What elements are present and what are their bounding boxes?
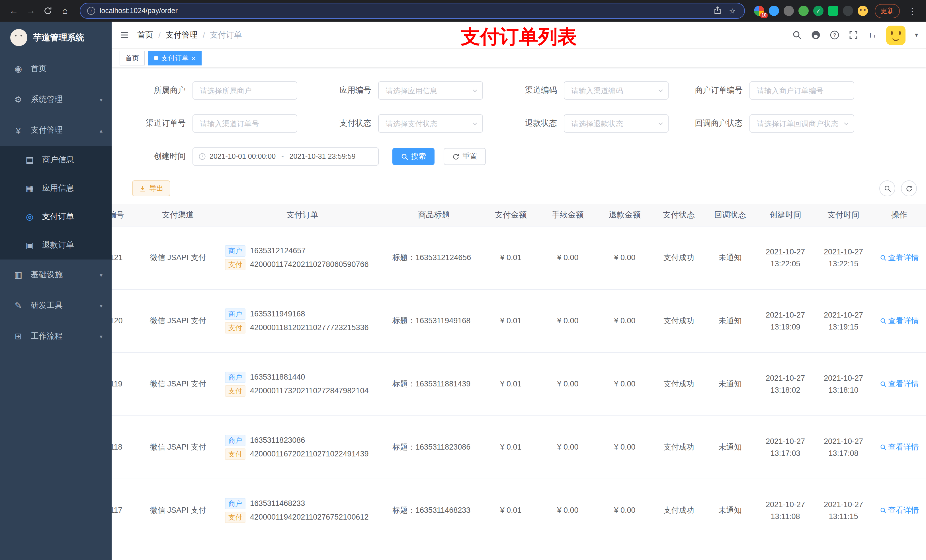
screen: ← → ⌂ i localhost:1024/pay/order ☆ 10 ✓ [0, 0, 926, 560]
search-button[interactable]: 搜索 [392, 148, 434, 165]
sidebar-item-merchant-info[interactable]: ▤ 商户信息 [0, 146, 112, 174]
refund-status-select[interactable] [564, 115, 669, 133]
target-icon: ◎ [23, 212, 36, 222]
refund-amount: ¥ 0.00 [596, 478, 653, 542]
order-id [112, 542, 137, 560]
extension-emoji-icon[interactable] [858, 6, 868, 16]
view-detail-link[interactable]: 查看详情 [879, 379, 919, 389]
close-icon[interactable]: × [191, 54, 196, 62]
browser-menu-icon[interactable]: ⋮ [904, 3, 920, 19]
export-button[interactable]: 导出 [132, 180, 170, 196]
pay-order-cell: 商户1635311949168 支付4200001181202110277723… [219, 289, 386, 352]
breadcrumb-home[interactable]: 首页 [137, 30, 153, 40]
filter-channel-order-no: 渠道订单号 [118, 115, 304, 133]
channel-code-select[interactable] [564, 82, 669, 100]
channel-order-no-input[interactable] [192, 115, 297, 133]
view-detail-link[interactable]: 查看详情 [879, 505, 919, 515]
table-row: 121 微信 JSAPI 支付 商户1635312124657 支付420000… [112, 226, 926, 289]
filter-app-no: 应用编号 [304, 82, 490, 100]
create-time: 2021-10-2713:18:02 [756, 352, 815, 415]
back-icon[interactable]: ← [6, 3, 22, 19]
sidebar-item-pay[interactable]: ¥ 支付管理 ▴ [0, 115, 112, 146]
pay-tag: 支付 [225, 259, 245, 270]
sidebar-item-home[interactable]: ◉ 首页 [0, 53, 112, 84]
col-actions: 操作 [872, 204, 926, 226]
download-icon [139, 185, 146, 192]
site-info-icon[interactable]: i [87, 7, 95, 15]
refund-amount: ¥ 0.00 [596, 226, 653, 289]
channel-transaction-no: 4200001174202110278060590766 [250, 260, 368, 269]
reload-icon[interactable] [40, 3, 56, 19]
address-bar[interactable]: i localhost:1024/pay/order ☆ [80, 3, 745, 19]
github-icon[interactable] [811, 30, 821, 40]
order-id: 118 [112, 415, 137, 478]
chevron-down-icon: ▾ [100, 97, 103, 103]
pay-channel: 微信 JSAPI 支付 [137, 289, 219, 352]
browser-update-button[interactable]: 更新 [875, 4, 900, 18]
tab-pay-order[interactable]: 支付订单 × [148, 51, 201, 65]
home-icon[interactable]: ⌂ [57, 3, 73, 19]
pay-status: 支付成功 [653, 289, 705, 352]
font-size-icon[interactable]: TT [868, 30, 877, 40]
extension-dark-icon[interactable] [843, 6, 853, 16]
merchant-order-no: 1635311823086 [250, 436, 305, 444]
notify-status: 未通知 [705, 352, 756, 415]
extension-gray-icon[interactable] [784, 6, 794, 16]
toggle-search-button[interactable] [879, 180, 895, 196]
reset-button[interactable]: 重置 [443, 148, 486, 165]
table-row-partial: 商户1635311357 支付 [112, 542, 926, 560]
sidebar-item-refund-order[interactable]: ▣ 退款订单 [0, 231, 112, 260]
date-end: 2021-10-31 23:59:59 [290, 152, 356, 160]
fullscreen-icon[interactable] [849, 30, 858, 40]
refresh-button[interactable] [901, 180, 917, 196]
product-title [386, 542, 483, 560]
forward-icon[interactable]: → [23, 3, 39, 19]
avatar-caret-icon[interactable]: ▾ [915, 31, 918, 39]
sidebar-item-system[interactable]: ⚙ 系统管理 ▾ [0, 84, 112, 115]
table-header-row: 编号 支付渠道 支付订单 商品标题 支付金额 手续金额 退款金额 支付状态 回调… [112, 204, 926, 226]
pay-channel: 微信 JSAPI 支付 [137, 352, 219, 415]
merchant-tag: 商户 [225, 435, 245, 446]
share-icon[interactable] [713, 5, 723, 16]
avatar[interactable] [887, 25, 906, 45]
view-detail-link[interactable]: 查看详情 [879, 252, 919, 263]
bookmark-star-icon[interactable]: ☆ [727, 6, 737, 15]
view-detail-link[interactable]: 查看详情 [879, 315, 919, 326]
col-notify: 回调状态 [705, 204, 756, 226]
merchant-order-no-input[interactable] [749, 82, 854, 100]
tab-home[interactable]: 首页 [120, 51, 145, 65]
yen-icon: ¥ [11, 125, 25, 135]
url-text[interactable]: localhost:1024/pay/order [100, 7, 708, 15]
notify-status-select[interactable] [749, 115, 854, 133]
create-time-range-picker[interactable]: 2021-10-01 00:00:00 - 2021-10-31 23:59:5… [192, 147, 379, 166]
merchant-order-no: 1635312124657 [250, 246, 306, 255]
svg-text:T: T [869, 31, 873, 39]
chevron-up-icon: ▴ [100, 127, 103, 133]
extension-check-icon[interactable]: ✓ [813, 6, 823, 16]
extension-blue-icon[interactable] [769, 6, 779, 16]
breadcrumb-pay[interactable]: 支付管理 [166, 30, 198, 40]
search-icon[interactable] [793, 30, 802, 40]
view-detail-link[interactable]: 查看详情 [879, 442, 919, 452]
sidebar-item-workflow[interactable]: ⊞ 工作流程 ▾ [0, 321, 112, 352]
order-id: 117 [112, 478, 137, 542]
extension-colorful-icon[interactable]: 10 [754, 6, 764, 16]
refund-amount: ¥ 0.00 [596, 415, 653, 478]
sidebar-item-dev-tools[interactable]: ✎ 研发工具 ▾ [0, 290, 112, 321]
filter-pay-status: 支付状态 [304, 115, 490, 133]
pay-amount: ¥ 0.01 [483, 415, 539, 478]
extension-chat-icon[interactable] [828, 6, 838, 16]
sidebar-item-app-info[interactable]: ▦ 应用信息 [0, 174, 112, 202]
app-no-select[interactable] [378, 82, 483, 100]
help-icon[interactable]: ? [830, 30, 840, 40]
sidebar-item-pay-order[interactable]: ◎ 支付订单 [0, 202, 112, 231]
pay-tag: 支付 [225, 385, 245, 396]
app-logo[interactable]: 芋道管理系统 [0, 22, 112, 53]
browser-toolbar: ← → ⌂ i localhost:1024/pay/order ☆ 10 ✓ [0, 0, 926, 22]
sidebar-submenu-pay: ▤ 商户信息 ▦ 应用信息 ◎ 支付订单 ▣ 退款订单 [0, 146, 112, 260]
sidebar-item-infra[interactable]: ▥ 基础设施 ▾ [0, 260, 112, 290]
merchant-select[interactable] [192, 82, 297, 100]
hamburger-icon[interactable] [120, 30, 129, 40]
pay-status-select[interactable] [378, 115, 483, 133]
extension-green-icon[interactable] [799, 6, 809, 16]
